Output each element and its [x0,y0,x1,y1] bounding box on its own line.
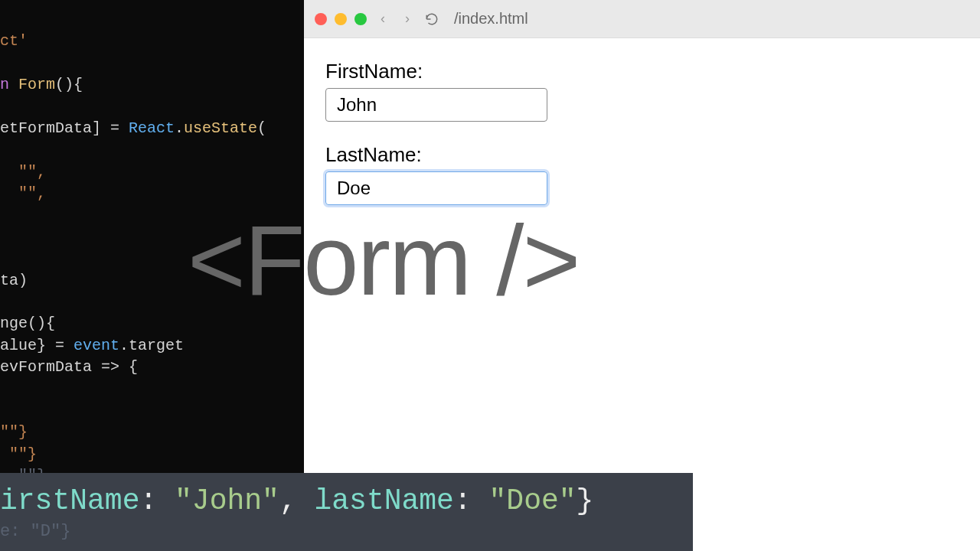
console-output: irstName: "John", lastName: "Doe"}e: "D"… [0,473,693,551]
minimize-icon[interactable] [335,13,347,25]
back-button[interactable]: ‹ [374,11,391,28]
code-token: "", [18,163,46,181]
code-token: (){ [55,76,83,93]
console-key: lastName [314,484,453,517]
console-tail: } [577,484,594,517]
console-sep: : [139,484,175,517]
firstname-label: FirstName: [325,60,959,83]
code-token: ( [257,119,266,137]
address-bar[interactable]: /index.html [454,10,528,28]
code-token: alue} = [0,337,74,354]
code-token: ""} [0,423,28,441]
code-token: evFormData => { [0,358,138,376]
code-token: . [175,119,184,137]
code-token: ""} [0,445,37,463]
code-token: .target [119,337,184,354]
code-token: React [129,119,175,137]
chevron-right-icon: › [405,11,410,27]
console-string: "John" [175,484,279,517]
browser-toolbar: ‹ › /index.html [304,0,980,38]
maximize-icon[interactable] [354,13,367,25]
code-token: etFormData] = [0,119,129,137]
forward-button[interactable]: › [399,11,416,28]
close-icon[interactable] [315,13,327,25]
code-token: n [0,76,18,93]
console-key: irstName [0,484,139,517]
console-sep: : [454,484,489,517]
code-token: useState [184,119,257,137]
code-token: nge(){ [0,315,55,332]
code-token: ct' [0,32,28,50]
reload-button[interactable] [423,11,440,28]
console-dim-line: e: "D"} [0,522,693,542]
firstname-input[interactable] [325,88,547,122]
overlay-form-tag: <Form /> [188,203,579,318]
code-token: "", [18,184,46,202]
code-token: Form [18,76,55,93]
code-token: event [74,337,119,354]
chevron-left-icon: ‹ [381,11,385,27]
lastname-input[interactable] [325,171,547,205]
console-string: "Doe" [489,484,577,517]
lastname-label: LastName: [325,143,959,167]
reload-icon [425,12,439,26]
code-token: ta) [0,272,28,289]
window-controls [315,13,367,25]
console-sep: , [279,484,315,517]
page-content: FirstName: LastName: [304,38,980,227]
